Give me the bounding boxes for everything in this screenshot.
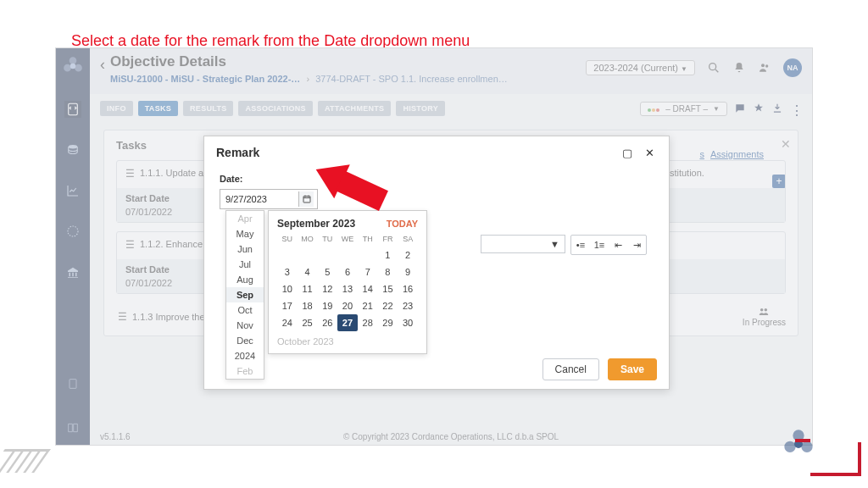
calendar-day[interactable]: 27 — [337, 314, 358, 331]
number-list-icon[interactable]: 1≡ — [590, 236, 609, 254]
date-label: Date: — [220, 174, 654, 184]
save-button[interactable]: Save — [608, 358, 657, 380]
calendar-day[interactable]: 14 — [358, 280, 378, 297]
calendar-day[interactable]: 13 — [337, 280, 358, 297]
bullet-list-icon[interactable]: •≡ — [571, 236, 590, 254]
calendar-day[interactable]: 7 — [358, 263, 378, 280]
month-option[interactable]: Feb — [226, 363, 264, 379]
month-scroller[interactable]: AprMayJunJulAugSepOctNovDec2024Feb — [225, 210, 264, 380]
calendar-day[interactable]: 29 — [378, 314, 398, 331]
calendar-day[interactable]: 23 — [398, 297, 418, 314]
calendar-day — [337, 247, 358, 263]
format-select[interactable]: ▼ — [481, 235, 565, 253]
decorative-bracket — [810, 442, 861, 476]
calendar-day[interactable]: 28 — [358, 314, 378, 331]
calendar-day[interactable]: 11 — [298, 280, 318, 297]
calendar-day — [317, 247, 337, 263]
calendar-day — [358, 247, 378, 263]
calendar-day — [298, 247, 318, 263]
editor-toolbar: ▼ •≡ 1≡ ⇤ ⇥ — [481, 235, 647, 255]
cancel-button[interactable]: Cancel — [542, 358, 599, 380]
calendar-day[interactable]: 26 — [317, 314, 337, 331]
calendar-day — [277, 247, 298, 263]
calendar-day[interactable]: 30 — [398, 314, 418, 331]
svg-rect-9 — [303, 197, 310, 203]
month-option[interactable]: 2024 — [226, 348, 264, 363]
calendar-day[interactable]: 19 — [317, 297, 337, 314]
today-button[interactable]: TODAY — [387, 219, 418, 229]
calendar-day[interactable]: 3 — [277, 263, 298, 280]
calendar-day[interactable]: 20 — [337, 297, 358, 314]
month-option[interactable]: Dec — [226, 333, 264, 348]
calendar-day[interactable]: 24 — [277, 314, 298, 331]
calendar-popup: September 2023 TODAY SUMOTUWETHFRSA 1234… — [268, 210, 427, 354]
modal-title: Remark — [216, 146, 259, 159]
calendar-day[interactable]: 18 — [298, 297, 318, 314]
month-option[interactable]: Jul — [226, 257, 264, 272]
calendar-month: September 2023 — [277, 218, 355, 230]
calendar-day[interactable]: 10 — [277, 280, 298, 297]
next-month-label: October 2023 — [277, 336, 418, 347]
calendar-day[interactable]: 1 — [378, 247, 398, 263]
modal-close-icon[interactable]: ✕ — [642, 145, 657, 160]
indent-icon[interactable]: ⇥ — [627, 236, 646, 254]
month-option[interactable]: Jun — [226, 241, 264, 257]
month-option[interactable]: Oct — [226, 302, 264, 318]
calendar-day[interactable]: 15 — [378, 280, 398, 297]
calendar-day[interactable]: 9 — [398, 263, 418, 280]
calendar-day[interactable]: 2 — [398, 247, 418, 263]
month-option[interactable]: May — [226, 226, 264, 241]
date-value: 9/27/2023 — [225, 194, 267, 204]
date-input[interactable]: 9/27/2023 — [220, 189, 318, 209]
calendar-day[interactable]: 17 — [277, 297, 298, 314]
calendar-day[interactable]: 25 — [298, 314, 318, 331]
calendar-icon[interactable] — [298, 191, 314, 207]
calendar-day[interactable]: 16 — [398, 280, 418, 297]
calendar-day[interactable]: 6 — [337, 263, 358, 280]
calendar-day[interactable]: 4 — [298, 263, 318, 280]
month-option[interactable]: Aug — [226, 272, 264, 287]
month-option[interactable]: Apr — [226, 211, 264, 226]
calendar-day[interactable]: 21 — [358, 297, 378, 314]
calendar-day[interactable]: 8 — [378, 263, 398, 280]
modal-maximize-icon[interactable]: ▢ — [620, 145, 635, 160]
month-option[interactable]: Sep — [226, 287, 264, 302]
outdent-icon[interactable]: ⇤ — [609, 236, 627, 254]
decorative-chevrons — [0, 449, 42, 473]
day-of-week-row: SUMOTUWETHFRSA — [277, 235, 418, 243]
calendar-day[interactable]: 5 — [317, 263, 337, 280]
month-option[interactable]: Nov — [226, 318, 264, 333]
calendar-day[interactable]: 22 — [378, 297, 398, 314]
calendar-day[interactable]: 12 — [317, 280, 337, 297]
